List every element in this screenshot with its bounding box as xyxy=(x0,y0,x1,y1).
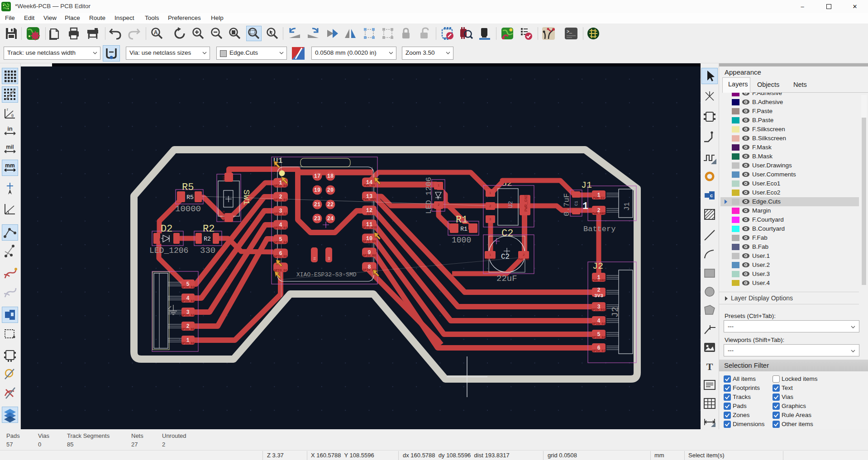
svg-text:PWR_GND: PWR_GND xyxy=(518,258,529,261)
svg-text:GPIO_07: GPIO_07 xyxy=(592,349,605,353)
svg-text:GPIO_04: GPIO_04 xyxy=(274,241,287,244)
svg-text:GPIO_02: GPIO_02 xyxy=(274,212,287,216)
svg-text:GPIO_03: GPIO_03 xyxy=(181,299,194,303)
svg-text:C2: C2 xyxy=(501,228,513,239)
svg-text:2: 2 xyxy=(523,253,525,257)
svg-text:1: 1 xyxy=(489,253,491,257)
svg-text:mil: mil xyxy=(6,144,14,150)
svg-text:22: 22 xyxy=(327,202,334,208)
svg-text:32: 32 xyxy=(328,256,331,260)
svg-text:3V3: 3V3 xyxy=(594,293,603,299)
svg-text:PWR_GND: PWR_GND xyxy=(592,279,605,282)
svg-text:XIAO-ESP32-S3-SMD: XIAO-ESP32-S3-SMD xyxy=(296,271,357,278)
svg-text:GPIO_08: GPIO_08 xyxy=(362,254,376,257)
svg-text:23: 23 xyxy=(314,216,320,222)
svg-text:R2: R2 xyxy=(203,223,215,235)
svg-text:10000: 10000 xyxy=(175,204,201,214)
svg-text:A: A xyxy=(154,29,158,36)
svg-text:GPIO_010: GPIO_010 xyxy=(362,226,377,229)
svg-text:J2: J2 xyxy=(610,307,620,318)
svg-text:19: 19 xyxy=(314,187,320,194)
svg-text:GPIO_09: GPIO_09 xyxy=(362,240,376,243)
svg-text:18: 18 xyxy=(327,173,334,180)
svg-text:U2: U2 xyxy=(507,201,514,208)
svg-text:mm: mm xyxy=(5,162,14,169)
svg-text:0.7uF: 0.7uF xyxy=(563,193,571,216)
svg-text:GPIO_06: GPIO_06 xyxy=(181,341,194,345)
svg-text:PWR_5V: PWR_5V xyxy=(593,196,605,200)
svg-text:J1: J1 xyxy=(623,202,631,211)
svg-text:R2: R2 xyxy=(204,236,211,242)
svg-text:GPIO_03: GPIO_03 xyxy=(274,226,287,230)
svg-text:r: r xyxy=(7,107,8,112)
svg-text:T: T xyxy=(706,361,713,372)
svg-text:GPIO_0B: GPIO_0B xyxy=(222,210,225,222)
svg-text:GPIO_08: GPIO_08 xyxy=(592,336,605,339)
svg-text:330: 330 xyxy=(200,246,215,256)
svg-text:1000: 1000 xyxy=(452,236,471,245)
svg-text:GPIO_02: GPIO_02 xyxy=(181,285,194,289)
svg-text:GPIO_06: GPIO_06 xyxy=(274,269,287,272)
svg-text:J1: J1 xyxy=(581,180,592,190)
svg-text:1: 1 xyxy=(438,184,439,187)
svg-text:PWR_GND: PWR_GND xyxy=(362,198,376,201)
svg-text:c: c xyxy=(710,193,713,198)
svg-text:θ: θ xyxy=(11,114,14,118)
svg-text:1: 1 xyxy=(489,191,491,195)
svg-text:1: 1 xyxy=(582,201,588,212)
svg-text:2: 2 xyxy=(438,203,439,207)
svg-text:PWR_GND: PWR_GND xyxy=(592,212,605,215)
svg-text:17: 17 xyxy=(314,173,320,180)
svg-text:31: 31 xyxy=(313,256,316,260)
svg-text:in: in xyxy=(7,125,13,132)
svg-text:22uF: 22uF xyxy=(496,274,517,284)
svg-text:PWR_5V: PWR_5V xyxy=(363,184,375,187)
svg-text:20: 20 xyxy=(327,187,334,194)
svg-text:3V3: 3V3 xyxy=(222,176,225,181)
svg-text:R1: R1 xyxy=(460,226,467,232)
svg-text:21: 21 xyxy=(314,202,320,208)
svg-text:LED_1206: LED_1206 xyxy=(424,177,433,214)
svg-text:LED_1206: LED_1206 xyxy=(149,246,188,255)
svg-text:>_: >_ xyxy=(567,29,572,34)
svg-text:3V3: 3V3 xyxy=(367,212,372,215)
svg-text:GPIO_08: GPIO_08 xyxy=(274,184,287,188)
svg-text:2: 2 xyxy=(597,287,600,294)
svg-text:PWR_GND: PWR_GND xyxy=(524,194,529,212)
svg-text:C2: C2 xyxy=(501,253,510,261)
svg-text:PWR_5V: PWR_5V xyxy=(486,258,495,261)
svg-text:R5: R5 xyxy=(182,182,194,193)
svg-text:GPIO_09: GPIO_09 xyxy=(592,322,605,326)
svg-text:J2: J2 xyxy=(592,261,603,271)
svg-text:GPIO_04: GPIO_04 xyxy=(181,313,194,317)
svg-text:R5: R5 xyxy=(186,194,194,201)
svg-text:GPIO_05: GPIO_05 xyxy=(274,255,287,258)
svg-text:D2: D2 xyxy=(161,223,172,235)
svg-text:C1: C1 xyxy=(574,201,579,206)
svg-text:2: 2 xyxy=(489,204,491,208)
svg-text:GPIO_05: GPIO_05 xyxy=(181,327,194,331)
svg-text:24: 24 xyxy=(327,216,334,222)
svg-text:Battery: Battery xyxy=(583,225,615,233)
svg-text:GPIO_01: GPIO_01 xyxy=(274,198,287,202)
svg-text:R1: R1 xyxy=(456,214,467,226)
svg-text:GPIO_010: GPIO_010 xyxy=(591,308,606,312)
svg-text:3: 3 xyxy=(489,218,491,221)
svg-text:SW1: SW1 xyxy=(241,190,251,205)
